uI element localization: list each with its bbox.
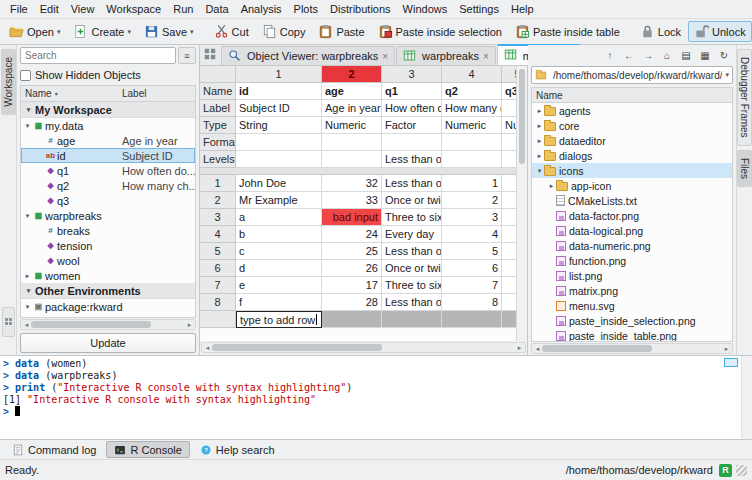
menu-help[interactable]: Help — [505, 2, 540, 16]
file-item-data-numeric-png[interactable]: data-numeric.png — [532, 238, 732, 253]
file-item-data-logical-png[interactable]: data-logical.png — [532, 223, 732, 238]
data-cell[interactable]: 3 — [502, 294, 516, 311]
data-cell[interactable]: 7 — [502, 226, 516, 243]
workspace-item-package-rkward[interactable]: ▾▣package:rkward — [21, 299, 195, 314]
file-item-paste-inside-table-png[interactable]: paste_inside_table.png — [532, 328, 732, 342]
collapse-arrow-icon[interactable]: ▾ — [24, 287, 33, 295]
files-hscrollbar[interactable]: ◂ ▸ — [531, 343, 733, 354]
data-cell[interactable]: 33 — [322, 192, 382, 209]
menu-analysis[interactable]: Analysis — [235, 2, 288, 16]
meta-cell[interactable]: Numeric — [322, 117, 382, 134]
back-icon[interactable]: ← — [620, 48, 638, 64]
workspace-item-q3[interactable]: ◆q3 — [21, 193, 195, 208]
document-tab-object-viewer-warpbreaks[interactable]: Object Viewer: warpbreaks× — [221, 46, 395, 65]
data-cell[interactable]: 10 — [502, 175, 516, 192]
tree-section-other-environments[interactable]: ▾Other Environments — [21, 283, 195, 299]
meta-cell[interactable]: q3 — [502, 83, 516, 100]
workspace-item-tension[interactable]: ◆tension — [21, 238, 195, 253]
scroll-left-icon[interactable]: ◂ — [22, 321, 31, 329]
menu-distributions[interactable]: Distributions — [324, 2, 397, 16]
expand-arrow-icon[interactable]: ▸ — [23, 272, 32, 280]
expand-arrow-icon[interactable]: ▸ — [535, 122, 544, 130]
scroll-left-icon[interactable]: ◂ — [203, 344, 212, 352]
column-header-2[interactable]: 2 — [322, 66, 382, 83]
data-cell[interactable]: bad input — [322, 209, 382, 226]
meta-cell[interactable]: Numeric — [502, 117, 516, 134]
update-button[interactable]: Update — [20, 333, 196, 353]
file-item-app-icon[interactable]: ▸app-icon — [532, 178, 732, 193]
close-tab-icon[interactable]: × — [382, 51, 388, 62]
data-cell[interactable]: 24 — [322, 226, 382, 243]
column-header-4[interactable]: 4 — [442, 66, 502, 83]
meta-cell[interactable]: age — [322, 83, 382, 100]
data-cell[interactable]: 26 — [322, 260, 382, 277]
workspace-item-id[interactable]: abidSubject ID — [21, 148, 195, 163]
data-cell[interactable]: 8 — [442, 294, 502, 311]
save-button[interactable]: Save▾ — [138, 21, 200, 42]
scrollbar-handle[interactable] — [212, 344, 382, 351]
menu-view[interactable]: View — [65, 2, 101, 16]
path-combobox[interactable]: /home/thomas/develop/rkward/rkward/ ▾ — [531, 66, 733, 84]
column-header-3[interactable]: 3 — [382, 66, 442, 83]
meta-cell[interactable]: Less than onc... — [382, 151, 442, 168]
file-item-matrix-png[interactable]: matrix.png — [532, 283, 732, 298]
home-icon[interactable]: ⌂ — [658, 48, 676, 64]
data-cell[interactable]: Mr Example — [236, 192, 322, 209]
meta-cell[interactable] — [236, 134, 322, 151]
data-cell[interactable]: Once or twice... — [382, 260, 442, 277]
data-cell[interactable]: 1 — [442, 175, 502, 192]
row-header-1[interactable]: 1 — [200, 175, 236, 192]
menu-run[interactable]: Run — [167, 2, 199, 16]
meta-row-label-name[interactable]: Name — [200, 83, 236, 100]
debugger-frames-dock-tab[interactable]: Debugger Frames — [737, 49, 752, 146]
workspace-item-age[interactable]: #ageAge in year — [21, 133, 195, 148]
r-engine-status-badge[interactable]: R — [719, 464, 732, 477]
workspace-dock-tab[interactable]: Workspace — [1, 49, 16, 115]
combo-dropdown-icon[interactable]: ▾ — [725, 71, 729, 79]
editor-hscrollbar[interactable]: ◂ ▸ — [201, 342, 526, 353]
workspace-item-women[interactable]: ▸▦women — [21, 268, 195, 283]
meta-cell[interactable] — [322, 151, 382, 168]
data-cell[interactable]: Less than onc... — [382, 175, 442, 192]
data-cell[interactable]: Three to six ti... — [382, 209, 442, 226]
workspace-item-breaks[interactable]: #breaks — [21, 223, 195, 238]
data-cell[interactable]: d — [236, 260, 322, 277]
meta-row-label-levels[interactable]: Levels — [200, 151, 236, 168]
meta-cell[interactable]: Age in year — [322, 100, 382, 117]
workspace-item-wool[interactable]: ◆wool — [21, 253, 195, 268]
data-cell[interactable]: John Doe — [236, 175, 322, 192]
up-icon[interactable]: ↑ — [601, 48, 619, 64]
meta-row-label-label[interactable]: Label — [200, 100, 236, 117]
r-console-view[interactable]: > data (women)> data (warpbreaks)> print… — [0, 355, 752, 440]
editor-vscrollbar[interactable] — [516, 66, 527, 341]
open-button[interactable]: Open▾ — [3, 21, 66, 42]
tree-section-my-workspace[interactable]: ▾My Workspace — [21, 102, 195, 118]
meta-cell[interactable] — [236, 151, 322, 168]
file-item-function-png[interactable]: function.png — [532, 253, 732, 268]
file-item-dataeditor[interactable]: ▸dataeditor — [532, 133, 732, 148]
collapse-arrow-icon[interactable]: ▾ — [24, 106, 33, 114]
expand-arrow-icon[interactable]: ▸ — [535, 107, 544, 115]
menu-file[interactable]: File — [4, 2, 34, 16]
show-hidden-checkbox[interactable]: Show Hidden Objects — [20, 67, 196, 83]
unlock-button[interactable]: Unlock — [688, 21, 752, 42]
file-item-icons[interactable]: ▾icons — [532, 163, 732, 178]
file-item-menu-svg[interactable]: menu.svg — [532, 298, 732, 313]
workspace-item-q1[interactable]: ◆q1How often do... — [21, 163, 195, 178]
data-cell[interactable]: f — [236, 294, 322, 311]
data-cell[interactable]: 8 — [502, 209, 516, 226]
label-column-header[interactable]: Label — [122, 88, 146, 99]
collapse-arrow-icon[interactable]: ▾ — [23, 303, 32, 311]
file-item-core[interactable]: ▸core — [532, 118, 732, 133]
paste-inside-selection-button[interactable]: Paste inside selection — [372, 21, 508, 42]
forward-icon[interactable]: → — [639, 48, 657, 64]
file-item-agents[interactable]: ▸agents — [532, 103, 732, 118]
data-cell[interactable]: Less than onc... — [382, 294, 442, 311]
collapse-arrow-icon[interactable]: ▾ — [535, 167, 544, 175]
cut-button[interactable]: Cut — [208, 21, 255, 42]
meta-cell[interactable]: Subject ID — [236, 100, 322, 117]
expand-arrow-icon[interactable]: ▸ — [535, 152, 544, 160]
details-view-icon[interactable]: ▦ — [696, 48, 714, 64]
data-cell[interactable]: 4 — [442, 226, 502, 243]
data-cell[interactable]: 4 — [502, 277, 516, 294]
